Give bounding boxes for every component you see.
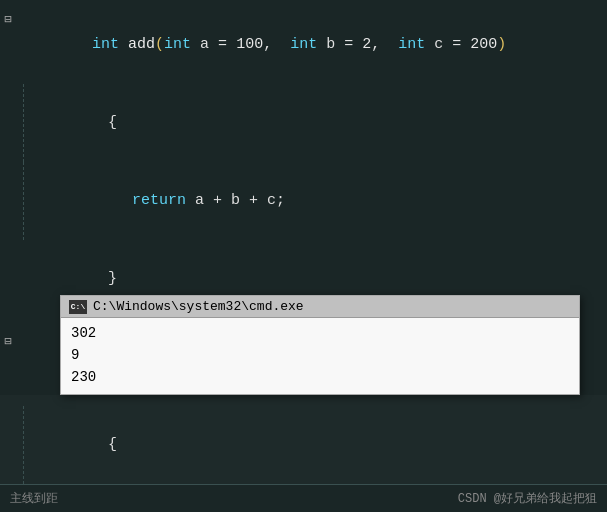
terminal-icon: C:\ [69,300,87,314]
terminal-output-line: 302 [71,322,569,344]
fold-marker-empty [0,240,16,241]
fold-marker[interactable]: ⊟ [0,328,16,355]
terminal-output-line: 230 [71,366,569,388]
terminal-title: C:\Windows\system32\cmd.exe [93,299,304,314]
fold-marker-empty [0,162,16,163]
bottom-bar-right-text: CSDN @好兄弟给我起把狙 [458,490,597,507]
fold-marker[interactable]: ⊟ [0,6,16,33]
code-content: return a + b + c; [32,162,607,240]
code-content: { [32,406,607,484]
terminal-body: 302 9 230 [61,318,579,394]
terminal-titlebar: C:\ C:\Windows\system32\cmd.exe [61,296,579,318]
bottom-bar: 主线到距 CSDN @好兄弟给我起把狙 [0,484,607,512]
bottom-bar-left-text: 主线到距 [10,490,58,507]
terminal-window: C:\ C:\Windows\system32\cmd.exe 302 9 23… [60,295,580,395]
fold-marker-empty [0,406,16,407]
code-line: { [0,406,607,484]
code-line: return a + b + c; [0,162,607,240]
code-line: ⊟ int add(int a = 100, int b = 2, int c … [0,6,607,84]
code-editor: ⊟ int add(int a = 100, int b = 2, int c … [0,0,607,395]
code-content: int add(int a = 100, int b = 2, int c = … [16,6,607,84]
terminal-output-line: 9 [71,344,569,366]
editor-wrapper: ⊟ int add(int a = 100, int b = 2, int c … [0,0,607,512]
code-content: { [32,84,607,162]
code-line: { [0,84,607,162]
fold-marker-empty [0,84,16,85]
